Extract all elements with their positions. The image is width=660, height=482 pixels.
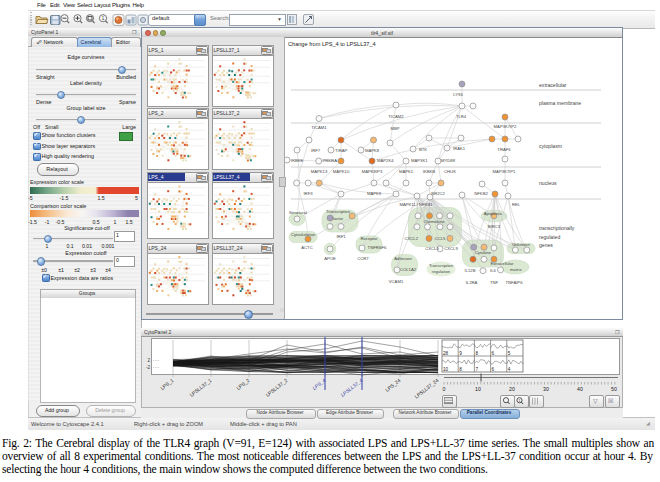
svg-text:regulated: regulated	[539, 234, 560, 240]
svg-text:1: 1	[519, 398, 521, 402]
svg-text:MAPK10: MAPK10	[333, 169, 350, 174]
svg-text:5: 5	[508, 351, 511, 356]
svg-text:LPS_4: LPS_4	[311, 377, 327, 391]
svg-text:0: 0	[443, 386, 446, 392]
svg-text:COL1A2: COL1A2	[400, 267, 417, 272]
svg-text:extracellular: extracellular	[539, 82, 567, 88]
svg-text:BIRC3: BIRC3	[488, 224, 501, 229]
svg-text:MAPK8IP3: MAPK8IP3	[362, 169, 383, 174]
svg-text:TNF: TNF	[490, 280, 499, 285]
svg-text:factor: factor	[333, 216, 344, 221]
svg-text:Chemokine: Chemokine	[423, 219, 445, 224]
svg-text:TICAM2: TICAM2	[388, 114, 404, 119]
svg-text:transcriptionally: transcriptionally	[539, 225, 575, 231]
svg-text:cytoplasm: cytoplasm	[539, 143, 562, 149]
svg-text:regulation: regulation	[432, 269, 451, 274]
svg-text:Apoptosis: Apoptosis	[484, 211, 502, 216]
svg-text:LPSLL37_24: LPSLL37_24	[413, 377, 440, 400]
svg-text:IRF7: IRF7	[311, 148, 321, 153]
svg-text:Unknown: Unknown	[512, 242, 530, 247]
svg-text:20: 20	[509, 386, 515, 392]
svg-text:MAPK9: MAPK9	[367, 191, 382, 196]
svg-text:LPSLL37_2: LPSLL37_2	[264, 377, 288, 398]
svg-text:Receptor: Receptor	[361, 236, 379, 241]
svg-text:LPSLL37_4: LPSLL37_4	[339, 377, 363, 398]
svg-text:MAPK11 / NFKB1: MAPK11 / NFKB1	[399, 202, 433, 207]
svg-text:28: 28	[443, 351, 449, 356]
svg-text:-2: -2	[146, 365, 151, 370]
svg-text:IKBKE: IKBKE	[291, 158, 304, 163]
svg-text:MAPK13: MAPK13	[311, 169, 328, 174]
svg-text:Cytokine: Cytokine	[475, 250, 492, 255]
svg-text:CCL5: CCL5	[435, 236, 446, 241]
svg-text:LPS_2: LPS_2	[235, 377, 251, 391]
svg-text:PRKRA: PRKRA	[323, 158, 338, 163]
svg-text:10: 10	[475, 386, 481, 392]
svg-text:7: 7	[475, 367, 478, 372]
svg-text:NR2C2: NR2C2	[431, 191, 445, 196]
svg-text:8: 8	[475, 351, 478, 356]
svg-text:NFKB2: NFKB2	[474, 191, 488, 196]
svg-text:nucleus: nucleus	[539, 180, 557, 186]
svg-text:IKBKB: IKBKB	[423, 169, 436, 174]
svg-text:LPS_1: LPS_1	[159, 377, 175, 391]
svg-text:MAP3K7IP1: MAP3K7IP1	[493, 169, 516, 174]
svg-text:TRAF6: TRAF6	[497, 147, 511, 152]
svg-text:APOE: APOE	[324, 256, 336, 261]
svg-text:LPSLL37_1: LPSLL37_1	[188, 377, 212, 398]
svg-text:TNFAIP6: TNFAIP6	[506, 280, 524, 285]
svg-text:Cytoskeleton: Cytoskeleton	[291, 232, 316, 237]
svg-text:2: 2	[147, 358, 150, 363]
svg-text:6: 6	[492, 367, 495, 372]
svg-text:30: 30	[543, 386, 549, 392]
svg-text:VCAM1: VCAM1	[389, 279, 404, 284]
svg-text:40: 40	[577, 386, 583, 392]
svg-text:BTK: BTK	[419, 147, 427, 152]
svg-text:MYD88: MYD88	[441, 158, 456, 163]
svg-text:4: 4	[508, 367, 511, 372]
svg-text:TLR4: TLR4	[456, 114, 467, 119]
svg-text:IRAK1: IRAK1	[453, 146, 466, 151]
svg-text:8: 8	[459, 367, 462, 372]
svg-text:MAP3K7IP2: MAP3K7IP2	[494, 124, 517, 129]
svg-text:TIRAP: TIRAP	[335, 148, 348, 153]
svg-text:CXCL9: CXCL9	[444, 246, 458, 251]
svg-text:TNFRSF6: TNFRSF6	[368, 245, 388, 250]
svg-text:IL12B: IL12B	[465, 268, 476, 273]
svg-text:CXCL2: CXCL2	[405, 236, 419, 241]
svg-text:LY96: LY96	[453, 92, 463, 97]
svg-text:MAP3K1: MAP3K1	[411, 158, 428, 163]
svg-text:MAP2K4: MAP2K4	[377, 158, 394, 163]
svg-text:CXCL5: CXCL5	[425, 246, 439, 251]
svg-text:LPS_24: LPS_24	[384, 377, 402, 393]
svg-text:IRF1: IRF1	[336, 234, 346, 239]
svg-text:Extracellular: Extracellular	[490, 261, 514, 266]
svg-text:plasma membrane: plasma membrane	[539, 100, 581, 106]
svg-text:10: 10	[443, 367, 449, 372]
svg-text:Structural: Structural	[289, 210, 307, 215]
svg-text:Transcription: Transcription	[429, 263, 454, 268]
svg-text:MAPK8: MAPK8	[365, 148, 380, 153]
svg-text:CHUK: CHUK	[444, 169, 456, 174]
svg-text:6: 6	[492, 351, 495, 356]
svg-text:IRF3: IRF3	[303, 191, 313, 196]
svg-text:50: 50	[611, 386, 617, 392]
svg-text:TICAM1: TICAM1	[311, 125, 327, 130]
svg-text:genes: genes	[539, 242, 553, 248]
svg-text:REL: REL	[512, 202, 521, 207]
svg-text:IL6: IL6	[490, 268, 496, 273]
svg-text:9: 9	[459, 351, 462, 356]
svg-text:ACTC: ACTC	[301, 245, 312, 250]
svg-text:MBP: MBP	[390, 126, 399, 131]
svg-text:matrix: matrix	[510, 267, 522, 272]
svg-text:Adhesion: Adhesion	[394, 256, 412, 261]
svg-text:Transcription: Transcription	[326, 209, 351, 214]
svg-text:CCR7: CCR7	[357, 256, 369, 261]
svg-text:MAPK1: MAPK1	[399, 169, 414, 174]
svg-text:IL2RA: IL2RA	[466, 280, 478, 285]
